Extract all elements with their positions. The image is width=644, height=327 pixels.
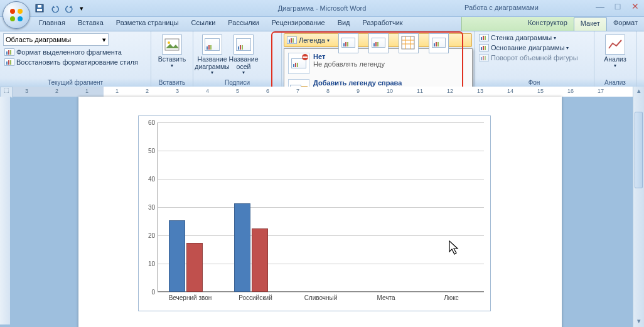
reset-style-button[interactable]: Восстановить форматирование стиля [3, 58, 148, 67]
qat-customize-icon[interactable]: ▾ [78, 1, 85, 15]
rotation-3d-icon [479, 54, 489, 62]
svg-point-0 [10, 9, 15, 14]
chart-wall-button[interactable]: Стенка диаграммы▾ [478, 33, 591, 42]
chart-bar[interactable] [234, 203, 250, 292]
chart-bar[interactable] [169, 220, 185, 292]
svg-point-1 [18, 9, 23, 14]
chart-object[interactable]: 0102030405060Вечерний звонРоссийскийСлив… [138, 115, 491, 311]
analysis-button[interactable]: Анализ▾ [599, 33, 631, 70]
chart-title-icon [202, 35, 222, 55]
tab-format[interactable]: Формат [607, 17, 644, 31]
qat-save-icon[interactable] [33, 1, 46, 15]
axis-titles-icon [233, 35, 254, 55]
tab-mailings[interactable]: Рассылки [222, 17, 265, 31]
svg-rect-11 [402, 36, 414, 49]
tab-home[interactable]: Главная [33, 17, 72, 31]
tab-review[interactable]: Рецензирование [266, 17, 331, 31]
legend-icon [287, 36, 297, 44]
group-insert-label: Вставить [151, 79, 193, 86]
chart-bar[interactable] [252, 228, 268, 292]
contextual-title: Работа с диаграммами [464, 4, 588, 11]
legend-none-icon [288, 53, 309, 74]
close-button[interactable]: ✕ [629, 1, 641, 11]
legend-option-none[interactable]: НетНе добавлять легенду [286, 50, 471, 77]
rotation-3d-button[interactable]: Поворот объемной фигуры [478, 53, 591, 62]
minimize-button[interactable]: — [594, 1, 606, 11]
chart-floor-icon [479, 44, 489, 51]
document-page: 0102030405060Вечерний звонРоссийскийСлив… [78, 97, 562, 327]
axes-icon[interactable] [368, 33, 389, 53]
data-labels-icon[interactable] [338, 33, 358, 53]
format-selection-button[interactable]: Формат выделенного фрагмента [3, 48, 148, 56]
tab-view[interactable]: Вид [331, 17, 357, 31]
chart-category-label: Российский [223, 294, 288, 301]
qat-redo-icon[interactable] [63, 1, 77, 15]
svg-point-2 [10, 16, 15, 21]
maximize-button[interactable]: □ [611, 1, 624, 11]
analysis-icon [605, 35, 625, 55]
tab-insert[interactable]: Вставка [72, 17, 110, 31]
svg-rect-10 [303, 56, 308, 58]
chart-category-label: Мечта [353, 294, 419, 301]
group-labels-label: Подписи [193, 79, 281, 86]
svg-point-8 [168, 41, 170, 44]
vertical-ruler[interactable] [0, 97, 11, 324]
svg-rect-7 [165, 39, 179, 50]
svg-rect-5 [37, 9, 42, 11]
format-selection-icon [4, 48, 14, 56]
chart-category-label: Люкс [419, 294, 484, 301]
insert-button[interactable]: Вставить▾ [156, 33, 188, 70]
tab-references[interactable]: Ссылки [185, 17, 222, 31]
gridlines-icon[interactable] [399, 33, 419, 53]
svg-point-3 [18, 16, 23, 21]
chart-wall-icon [479, 34, 489, 41]
insert-picture-icon [162, 35, 182, 55]
svg-rect-6 [38, 5, 41, 8]
chart-bar[interactable] [186, 243, 203, 292]
vertical-scrollbar[interactable]: ▴ ▾ [633, 87, 644, 327]
tab-developer[interactable]: Разработчик [357, 17, 409, 31]
scrollbar-thumb[interactable] [635, 112, 643, 188]
tab-layout[interactable]: Макет [574, 17, 607, 31]
plot-area-icon[interactable] [429, 33, 449, 53]
tab-design[interactable]: Конструктор [522, 17, 574, 31]
tab-page-layout[interactable]: Разметка страницы [110, 17, 185, 31]
chart-category-label: Сливочный [288, 294, 353, 301]
group-background-label: Фон [475, 79, 594, 86]
group-current-label: Текущий фрагмент [0, 79, 151, 86]
office-button[interactable] [3, 1, 30, 29]
qat-undo-icon[interactable] [48, 1, 62, 15]
group-analysis-label: Анализ [594, 79, 636, 86]
chart-floor-button[interactable]: Основание диаграммы▾ [478, 43, 591, 52]
chart-element-combo[interactable]: Область диаграммы▾ [3, 33, 109, 46]
horizontal-ruler[interactable]: 3211234567891011121314151617 [13, 87, 633, 97]
reset-style-icon [4, 58, 14, 66]
chart-category-label: Вечерний звон [158, 294, 223, 301]
